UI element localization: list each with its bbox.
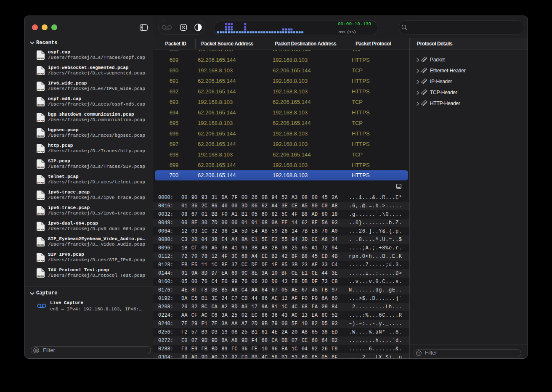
svg-text:pcap: pcap <box>37 196 44 199</box>
svg-text:pcap: pcap <box>37 150 44 152</box>
svg-text:pcap: pcap <box>37 181 44 183</box>
svg-text:pcap: pcap <box>37 274 44 277</box>
svg-text:pcap: pcap <box>37 243 44 246</box>
svg-text:pcap: pcap <box>37 119 44 121</box>
svg-text:pcap: pcap <box>37 87 44 90</box>
svg-text:pcap: pcap <box>37 134 44 137</box>
svg-text:pcap: pcap <box>37 228 44 230</box>
svg-text:pcap: pcap <box>37 212 44 215</box>
svg-text:pcap: pcap <box>37 72 44 74</box>
svg-text:pcap: pcap <box>37 103 44 106</box>
svg-text:pcap: pcap <box>37 56 44 59</box>
svg-text:pcap: pcap <box>37 165 44 168</box>
svg-text:pcap: pcap <box>37 259 44 261</box>
